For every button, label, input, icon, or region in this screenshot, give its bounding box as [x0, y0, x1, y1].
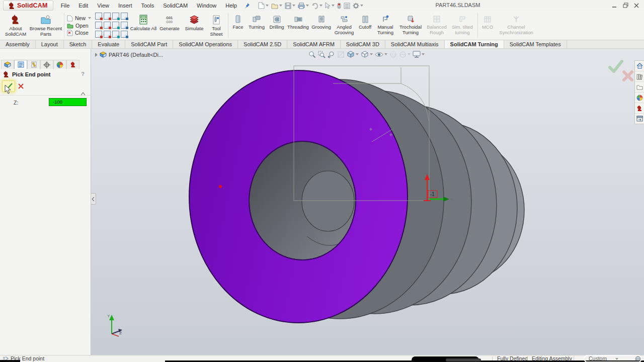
ribbon-face-button[interactable]: Face — [230, 11, 246, 40]
z-input[interactable]: -100 — [49, 98, 87, 106]
select-cursor-icon[interactable] — [324, 2, 336, 10]
ribbon-angled-grooving-button[interactable]: Angled Grooving — [333, 11, 356, 40]
apply-scene-icon[interactable] — [399, 51, 411, 58]
print-icon[interactable] — [297, 2, 310, 10]
close-icon[interactable] — [631, 0, 642, 11]
property-manager-tab[interactable] — [14, 60, 27, 69]
calculate-all-button[interactable]: Calculate All — [130, 11, 157, 40]
home-icon[interactable] — [635, 61, 644, 71]
open-button[interactable]: Open — [67, 23, 93, 29]
about-solidcam-button[interactable]: About SolidCAM — [2, 11, 29, 40]
menu-window[interactable]: Window — [192, 1, 221, 11]
ribbon-cutoff-button[interactable]: Cutoff — [356, 11, 374, 40]
previous-view-icon[interactable] — [328, 51, 335, 58]
design-library-icon[interactable] — [635, 71, 644, 82]
hide-show-items-icon[interactable] — [375, 51, 387, 58]
solidcam-tools-icon[interactable] — [635, 103, 644, 114]
tab-evaluate[interactable]: Evaluate — [92, 40, 125, 48]
view-orientation-icon[interactable] — [347, 50, 359, 58]
cam-fixture-icon[interactable] — [112, 22, 119, 29]
cancel-button[interactable] — [16, 81, 25, 90]
confirmation-corner-ok-icon[interactable] — [608, 60, 623, 73]
solidcam-logo-button[interactable]: SolidCAM — [3, 1, 53, 11]
view-settings-icon[interactable] — [413, 51, 425, 58]
cam-tool-icon[interactable] — [121, 22, 128, 29]
tab-layout[interactable]: Layout — [36, 40, 64, 48]
collapse-section-chevron-icon[interactable] — [80, 92, 86, 96]
simulate-button[interactable]: Simulate — [182, 11, 206, 40]
minimize-icon[interactable] — [609, 0, 620, 11]
open-document-icon[interactable] — [270, 2, 283, 10]
rebuild-icon[interactable] — [336, 2, 342, 10]
menu-insert[interactable]: Insert — [114, 1, 137, 11]
ribbon-threading-button[interactable]: Threading — [286, 11, 310, 40]
dimxpert-manager-tab[interactable] — [40, 60, 53, 69]
menu-help[interactable]: Help — [221, 1, 242, 11]
browse-recent-parts-button[interactable]: Browse Recent Parts — [29, 11, 62, 40]
solidcam-manager-tab[interactable] — [66, 60, 79, 69]
menu-file[interactable]: File — [56, 1, 74, 11]
new-document-icon[interactable] — [257, 2, 270, 10]
cam-machine-icon[interactable] — [121, 13, 128, 20]
zoom-to-fit-icon[interactable] — [308, 51, 316, 58]
menu-solidcam[interactable]: SolidCAM — [158, 1, 192, 11]
cam-coordsys-icon[interactable] — [95, 31, 102, 38]
tab-sketch[interactable]: Sketch — [64, 40, 93, 48]
cam-add-icon[interactable] — [121, 31, 128, 38]
confirmation-corner-cancel-icon[interactable] — [622, 70, 633, 81]
section-view-icon[interactable] — [337, 51, 345, 58]
cam-part-icon[interactable] — [95, 13, 102, 20]
ribbon-manual-turning-button[interactable]: Manual Turning — [374, 11, 396, 40]
panel-collapse-handle[interactable] — [91, 193, 96, 205]
generate-button[interactable]: G01 G00 Generate — [157, 11, 182, 40]
display-manager-tab[interactable] — [53, 60, 66, 69]
ribbon-balanced-rough-button[interactable]: Balanced Rough — [425, 11, 449, 40]
tool-sheet-button[interactable]: Tool Sheet — [206, 11, 226, 40]
file-explorer-icon[interactable] — [635, 82, 644, 93]
tab-assembly[interactable]: Assembly — [0, 40, 36, 48]
tab-solidcam-turning[interactable]: SolidCAM Turning — [445, 40, 504, 48]
display-style-icon[interactable] — [361, 50, 373, 58]
tab-solidcam-templates[interactable]: SolidCAM Templates — [504, 40, 567, 48]
tab-solidcam-3d[interactable]: SolidCAM 3D — [341, 40, 385, 48]
close-button[interactable]: Close — [67, 30, 93, 36]
save-icon[interactable] — [284, 2, 296, 10]
ribbon-drilling-button[interactable]: Drilling — [267, 11, 286, 40]
reference-point-marker[interactable] — [219, 185, 222, 188]
tab-solidcam-25d[interactable]: SolidCAM 2.5D — [238, 40, 287, 48]
menu-view[interactable]: View — [93, 1, 114, 11]
restore-icon[interactable] — [620, 0, 631, 11]
model-3d-part[interactable]: -1 Y Y Z — [91, 49, 644, 355]
cam-update-icon[interactable] — [112, 31, 119, 38]
cam-operations-icon[interactable] — [104, 13, 111, 20]
cam-geometry-icon[interactable] — [112, 13, 119, 20]
undo-icon[interactable] — [310, 2, 324, 10]
configuration-manager-tab[interactable] — [27, 60, 40, 69]
cam-target-icon[interactable] — [104, 22, 111, 29]
graphics-viewport[interactable]: -1 Y Y Z PART46 — [91, 49, 644, 355]
cam-settings-icon[interactable] — [104, 31, 111, 38]
custom-properties-icon[interactable] — [635, 114, 644, 124]
file-properties-icon[interactable] — [343, 2, 351, 10]
feature-manager-tab[interactable] — [1, 60, 14, 69]
pin-menu-icon[interactable] — [245, 3, 250, 9]
appearances-icon[interactable] — [635, 93, 644, 103]
cam-stock-icon[interactable] — [95, 22, 102, 29]
menu-edit[interactable]: Edit — [74, 1, 93, 11]
ribbon-sim-tilted-turning-button[interactable]: Sim. tilted turning — [449, 11, 476, 40]
tab-solidcam-afrm[interactable]: SolidCAM AFRM — [287, 40, 341, 48]
ribbon-mco-button[interactable]: MCO — [479, 11, 496, 40]
ribbon-grooving-button[interactable]: Grooving — [310, 11, 333, 40]
ribbon-turning-button[interactable]: Turning — [246, 11, 267, 40]
tab-solidcam-operations[interactable]: SolidCAM Operations — [173, 40, 238, 48]
ribbon-trochoidal-turning-button[interactable]: Trochoidal Turning — [396, 11, 425, 40]
expand-tree-icon[interactable] — [95, 53, 98, 57]
tab-solidcam-part[interactable]: SolidCAM Part — [125, 40, 173, 48]
ribbon-channel-synchronization-button[interactable]: Channel Synchronization — [496, 11, 537, 40]
zoom-to-area-icon[interactable] — [318, 51, 326, 58]
feature-tree-flyout[interactable]: PART46 (Default<Di... — [95, 51, 163, 58]
edit-appearance-icon[interactable] — [389, 51, 397, 58]
help-icon[interactable]: ? — [81, 71, 85, 77]
options-gear-icon[interactable] — [352, 2, 364, 10]
new-button[interactable]: New — [67, 15, 93, 22]
